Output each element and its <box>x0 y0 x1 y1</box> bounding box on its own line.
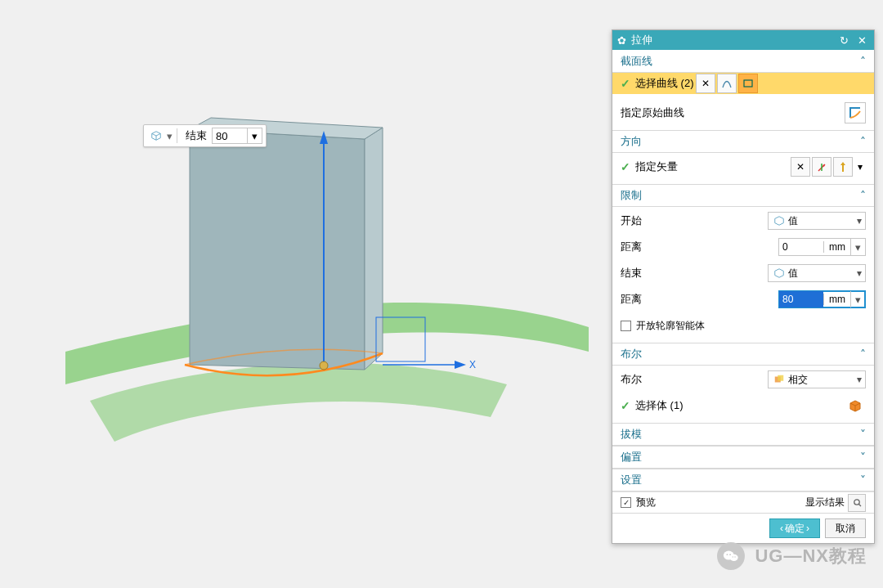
svg-marker-0 <box>190 129 365 370</box>
svg-marker-6 <box>455 361 466 369</box>
svg-point-21 <box>730 554 738 561</box>
check-icon: ✓ <box>621 399 630 412</box>
svg-marker-4 <box>320 131 328 144</box>
section-header-draft[interactable]: 拔模 ˅ <box>612 423 874 446</box>
wechat-icon <box>717 542 745 570</box>
svg-point-24 <box>733 556 733 557</box>
ok-button[interactable]: ‹确定› <box>769 518 820 538</box>
end-value-dropdown[interactable]: ▾ <box>248 128 262 144</box>
section-header-offset[interactable]: 偏置 ˅ <box>612 446 874 469</box>
svg-point-25 <box>735 556 736 557</box>
show-result-button[interactable] <box>848 494 866 512</box>
reset-icon[interactable]: ↻ <box>836 33 851 47</box>
chevron-up-icon: ˄ <box>860 135 866 148</box>
watermark-text: UG—NX教程 <box>755 544 867 568</box>
panel-titlebar[interactable]: ✿ 拉伸 ↻ ✕ <box>612 30 874 50</box>
preview-checkbox[interactable]: 预览 <box>621 496 656 509</box>
section-header-limit[interactable]: 限制 ˄ <box>612 184 874 207</box>
check-icon: ✓ <box>621 77 630 90</box>
curve-rule-icon[interactable] <box>717 74 737 93</box>
svg-rect-17 <box>778 375 783 381</box>
sketch-section-icon[interactable] <box>738 74 758 93</box>
extrude-panel: ✿ 拉伸 ↻ ✕ 截面线 ˄ ✓ 选择曲线 (2) ✕ 指定原始曲线 <box>612 29 875 544</box>
svg-point-22 <box>727 554 728 555</box>
panel-title: 拉伸 <box>631 33 652 47</box>
section-header-direction[interactable]: 方向 ˄ <box>612 130 874 153</box>
svg-point-23 <box>730 554 732 555</box>
chevron-up-icon: ˄ <box>860 55 866 68</box>
open-contour-checkbox[interactable]: 开放轮廓智能体 <box>621 319 705 333</box>
close-icon[interactable]: ✕ <box>854 33 869 47</box>
start-distance-input[interactable]: mm ▾ <box>778 238 866 256</box>
chevron-down-icon: ˅ <box>860 428 866 441</box>
bool-dropdown[interactable]: 相交 ▾ <box>768 370 866 388</box>
feature-icon[interactable] <box>148 128 164 144</box>
panel-footer: ‹确定› 取消 <box>612 513 874 543</box>
vector-constructor-icon[interactable] <box>812 157 831 177</box>
select-curve-label: 选择曲线 (2) <box>635 76 694 91</box>
floating-toolbar: ▾ 结束 ▾ <box>143 124 267 147</box>
clear-vector-icon[interactable]: ✕ <box>791 157 810 177</box>
chevron-down-icon: ˅ <box>860 474 866 487</box>
svg-marker-1 <box>365 128 383 370</box>
end-label: 结束 <box>181 127 212 145</box>
inferred-vector-icon[interactable] <box>833 157 853 177</box>
specify-orig-label: 指定原始曲线 <box>621 105 691 120</box>
section-header-settings[interactable]: 设置 ˅ <box>612 469 874 491</box>
specify-vector-label: 指定矢量 <box>635 159 684 174</box>
vector-dropdown[interactable]: ▾ <box>854 157 866 177</box>
chevron-up-icon: ˄ <box>860 189 866 202</box>
svg-rect-8 <box>376 317 425 361</box>
select-curve-row[interactable]: ✓ 选择曲线 (2) ✕ <box>612 73 874 94</box>
check-icon: ✓ <box>621 160 630 173</box>
svg-point-18 <box>854 499 859 504</box>
end-label: 结束 <box>621 266 648 281</box>
bool-label: 布尔 <box>621 372 648 387</box>
svg-marker-15 <box>840 162 845 165</box>
svg-text:X: X <box>469 359 476 370</box>
show-result-label: 显示结果 <box>805 496 845 509</box>
chevron-down-icon: ˅ <box>860 451 866 464</box>
svg-rect-10 <box>744 80 752 87</box>
clear-selection-icon[interactable]: ✕ <box>696 74 715 93</box>
end-type-dropdown[interactable]: 值 ▾ <box>768 264 866 282</box>
start-label: 开始 <box>621 213 648 228</box>
end-dist-label: 距离 <box>621 292 648 307</box>
section-header-curve[interactable]: 截面线 ˄ <box>612 50 874 73</box>
select-body-icon[interactable] <box>845 395 866 416</box>
select-body-label: 选择体 (1) <box>635 398 690 413</box>
chevron-up-icon: ˄ <box>860 348 866 361</box>
section-header-bool[interactable]: 布尔 ˄ <box>612 343 874 366</box>
cancel-button[interactable]: 取消 <box>825 518 866 538</box>
svg-point-9 <box>320 361 328 370</box>
svg-line-19 <box>859 504 862 506</box>
gear-icon: ✿ <box>617 34 626 47</box>
end-distance-input[interactable]: mm ▾ <box>778 290 866 308</box>
watermark: UG—NX教程 <box>717 542 867 570</box>
specify-orig-icon[interactable] <box>845 102 866 123</box>
end-value-input[interactable] <box>212 128 248 144</box>
feature-dropdown[interactable]: ▾ <box>165 127 173 145</box>
start-dist-label: 距离 <box>621 240 648 254</box>
start-type-dropdown[interactable]: 值 ▾ <box>768 212 866 230</box>
